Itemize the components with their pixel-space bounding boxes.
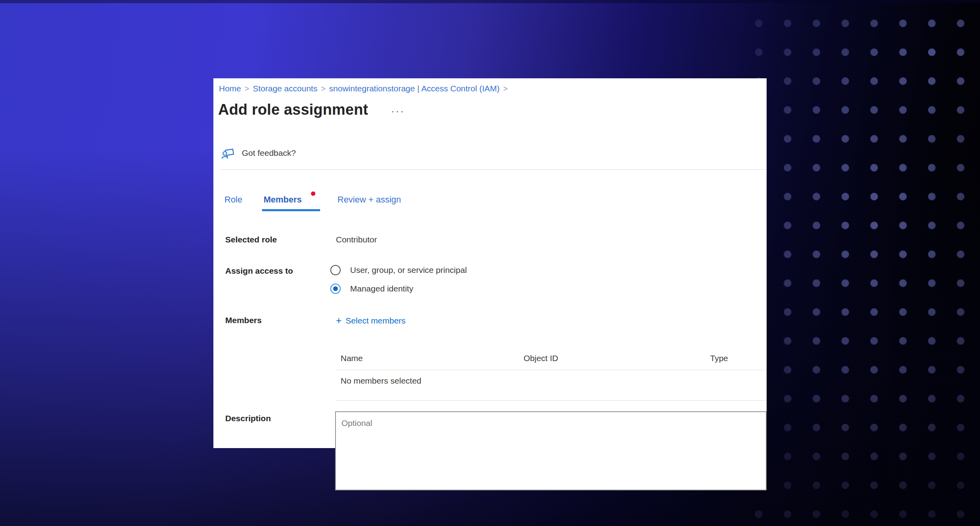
add-role-assignment-panel: Home>Storage accounts>snowintegrationsto… bbox=[213, 78, 767, 448]
tab-bar: Role Members Review + assign bbox=[224, 195, 401, 205]
description-textarea[interactable] bbox=[335, 411, 767, 490]
radio-managed-identity[interactable]: Managed identity bbox=[330, 284, 413, 294]
breadcrumb-storage-accounts[interactable]: Storage accounts bbox=[253, 84, 317, 93]
breadcrumb-access-control-iam[interactable]: snowintegrationstorage | Access Control … bbox=[329, 84, 499, 93]
column-header-type: Type bbox=[710, 354, 728, 363]
selected-role-label: Selected role bbox=[225, 235, 277, 244]
select-members-link[interactable]: + Select members bbox=[336, 316, 405, 325]
breadcrumb-separator-icon: > bbox=[241, 84, 253, 93]
table-header-divider bbox=[335, 370, 767, 370]
more-options-button[interactable]: ··· bbox=[391, 106, 405, 116]
members-label: Members bbox=[225, 316, 262, 325]
got-feedback-label: Got feedback? bbox=[242, 148, 296, 158]
tab-review-assign[interactable]: Review + assign bbox=[337, 195, 401, 205]
description-label: Description bbox=[225, 414, 271, 423]
page-title: Add role assignment bbox=[218, 101, 368, 118]
feedback-icon bbox=[221, 146, 236, 160]
select-members-label: Select members bbox=[346, 316, 406, 325]
radio-selected-icon[interactable] bbox=[330, 284, 341, 294]
radio-unselected-icon[interactable] bbox=[330, 265, 341, 275]
unsaved-changes-badge bbox=[311, 191, 315, 196]
active-tab-underline bbox=[262, 209, 320, 211]
radio-user-group-label: User, group, or service principal bbox=[350, 265, 467, 275]
tab-members[interactable]: Members bbox=[264, 195, 337, 205]
got-feedback-button[interactable]: Got feedback? bbox=[221, 146, 296, 160]
table-empty-text: No members selected bbox=[341, 376, 421, 386]
table-row-divider bbox=[335, 400, 767, 401]
assign-access-to-label: Assign access to bbox=[225, 266, 293, 276]
title-row: Add role assignment ··· bbox=[218, 101, 405, 118]
column-header-name: Name bbox=[341, 354, 363, 363]
breadcrumb-home[interactable]: Home bbox=[219, 84, 241, 93]
radio-user-group-service-principal[interactable]: User, group, or service principal bbox=[330, 265, 467, 275]
breadcrumb-separator-icon: > bbox=[499, 84, 511, 93]
radio-managed-identity-label: Managed identity bbox=[350, 284, 413, 293]
breadcrumb: Home>Storage accounts>snowintegrationsto… bbox=[219, 84, 511, 93]
tab-role[interactable]: Role bbox=[224, 195, 264, 205]
tab-members-label: Members bbox=[264, 195, 302, 204]
background-dot-pattern bbox=[743, 0, 980, 526]
plus-icon: + bbox=[336, 316, 342, 325]
breadcrumb-separator-icon: > bbox=[317, 84, 329, 93]
column-header-object-id: Object ID bbox=[524, 354, 558, 363]
selected-role-value: Contributor bbox=[336, 235, 377, 244]
toolbar-divider bbox=[220, 169, 767, 170]
